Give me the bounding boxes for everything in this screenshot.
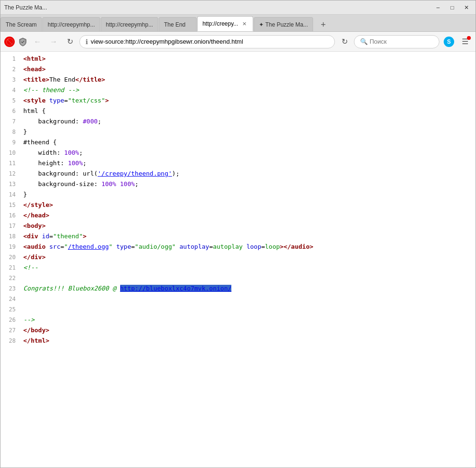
block-icon: 🚫 xyxy=(4,37,15,47)
line-28: 28 </html> xyxy=(0,336,476,346)
tab-label: The End xyxy=(164,21,185,28)
tab-label: http://creepymhp... xyxy=(106,21,153,28)
skype-button[interactable]: S xyxy=(442,35,456,48)
line-18: 18 <div id="theend"> xyxy=(0,231,476,242)
titlebar-controls: – □ ✕ xyxy=(433,2,472,13)
line-4: 4 <!-- theend --> xyxy=(0,85,476,95)
source-view: 1 <html> 2 <head> 3 <title>The End</titl… xyxy=(0,54,476,346)
line-23: 23 Congrats!!! Bluebox2600 @ http://blue… xyxy=(0,283,476,294)
toolbar: 🚫 ← → ↻ ℹ ↻ 🔍 S ☰ xyxy=(0,32,476,52)
line-14: 14 } xyxy=(0,189,476,200)
line-24: 24 xyxy=(0,294,476,304)
window-title: The Puzzle Ma... xyxy=(4,4,47,11)
line-19: 19 <audio src="/theend.ogg" type="audio/… xyxy=(0,242,476,252)
shield-icon[interactable] xyxy=(18,37,28,47)
line-25: 25 xyxy=(0,304,476,315)
forward-button[interactable]: → xyxy=(47,35,60,48)
tab-label: ✦ The Puzzle Ma... xyxy=(259,21,308,28)
line-13: 13 background-size: 100% 100%; xyxy=(0,179,476,189)
refresh-button[interactable]: ↻ xyxy=(338,35,351,48)
address-bar[interactable]: ℹ xyxy=(79,35,335,48)
line-7: 7 background: #000; xyxy=(0,116,476,127)
tab-the-scream[interactable]: The Scream xyxy=(0,17,42,31)
reload-button[interactable]: ↻ xyxy=(63,35,76,48)
line-5: 5 <style type="text/css"> xyxy=(0,95,476,106)
line-10: 10 width: 100%; xyxy=(0,148,476,158)
back-button[interactable]: ← xyxy=(31,35,44,48)
tab-label: http://creepy... xyxy=(202,20,238,27)
line-8: 8 } xyxy=(0,127,476,137)
skype-icon: S xyxy=(444,37,454,47)
line-16: 16 </head> xyxy=(0,210,476,221)
tab-close-icon[interactable]: ✕ xyxy=(241,20,248,28)
line-11: 11 height: 100%; xyxy=(0,158,476,168)
tab-label: The Scream xyxy=(6,21,37,28)
line-17: 17 <body> xyxy=(0,221,476,231)
browser-window: The Puzzle Ma... – □ ✕ The Scream http:/… xyxy=(0,0,476,468)
line-15: 15 </style> xyxy=(0,200,476,210)
tab-label: http://creepymhp... xyxy=(48,21,95,28)
source-content: 1 <html> 2 <head> 3 <title>The End</titl… xyxy=(0,52,476,468)
line-9: 9 #theend { xyxy=(0,137,476,148)
info-icon: ℹ xyxy=(86,38,88,46)
search-input[interactable] xyxy=(370,38,449,45)
tab-puzzle[interactable]: ✦ The Puzzle Ma... xyxy=(254,17,313,31)
line-22: 22 xyxy=(0,273,476,283)
tab-creepy-1[interactable]: http://creepymhp... xyxy=(42,17,100,31)
line-6: 6 html { xyxy=(0,106,476,116)
close-button[interactable]: ✕ xyxy=(461,2,472,13)
tab-creepy-active[interactable]: http://creepy... ✕ xyxy=(197,16,253,31)
minimize-button[interactable]: – xyxy=(433,2,443,13)
line-2: 2 <head> xyxy=(0,64,476,75)
line-12: 12 background: url('/creepy/theend.png')… xyxy=(0,168,476,179)
tabbar: The Scream http://creepymhp... http://cr… xyxy=(0,15,476,32)
line-26: 26 --> xyxy=(0,315,476,325)
congrats-link[interactable]: http://blueboxlxc4o7mvk.onion/ xyxy=(120,285,232,292)
search-icon: 🔍 xyxy=(360,38,368,45)
line-20: 20 </div> xyxy=(0,252,476,262)
new-tab-button[interactable]: + xyxy=(315,18,331,31)
titlebar: The Puzzle Ma... – □ ✕ xyxy=(0,0,476,15)
tab-the-end[interactable]: The End xyxy=(159,17,197,31)
line-27: 27 </body> xyxy=(0,325,476,336)
line-1: 1 <html> xyxy=(0,54,476,64)
line-3: 3 <title>The End</title> xyxy=(0,75,476,85)
line-21: 21 <!-- xyxy=(0,262,476,273)
tab-creepy-2[interactable]: http://creepymhp... xyxy=(101,17,158,31)
maximize-button[interactable]: □ xyxy=(447,2,457,13)
search-bar[interactable]: 🔍 xyxy=(354,35,439,48)
menu-button[interactable]: ☰ xyxy=(458,35,472,48)
address-input[interactable] xyxy=(91,38,329,45)
menu-badge xyxy=(467,36,471,40)
